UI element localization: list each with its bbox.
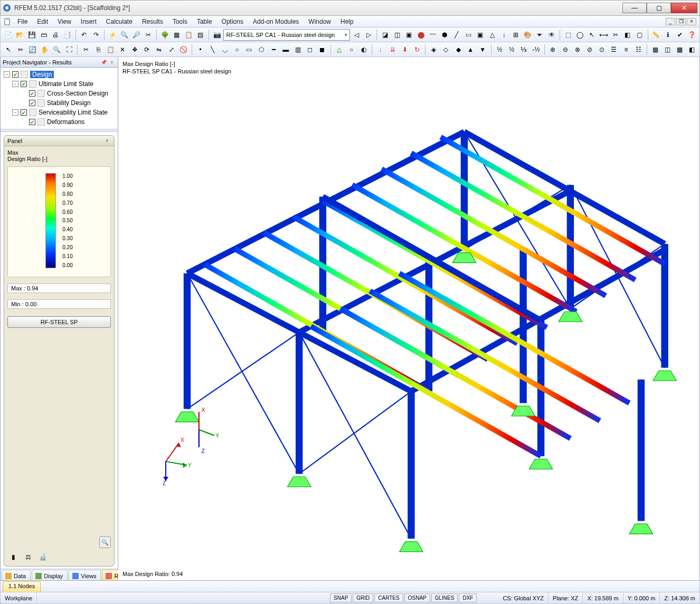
loads-icon[interactable]: ↓ bbox=[499, 29, 510, 41]
cartes-toggle[interactable]: CARTES bbox=[374, 593, 403, 602]
letter2-icon[interactable]: ½ bbox=[506, 44, 517, 55]
tab-data[interactable]: Data bbox=[2, 570, 31, 580]
orbit-icon[interactable]: 🔄 bbox=[27, 44, 38, 55]
support-tool-icon[interactable]: △ bbox=[334, 44, 345, 55]
hinge-tool-icon[interactable]: ○ bbox=[346, 44, 357, 55]
members-icon[interactable]: ╱ bbox=[451, 29, 462, 41]
scale-icon[interactable]: ⤢ bbox=[166, 44, 177, 55]
panel-icon[interactable]: ▤ bbox=[195, 29, 206, 41]
model-viewport[interactable]: Max Design Ratio [-] RF-STEEL SP CA1 - R… bbox=[118, 57, 700, 581]
mirror-icon[interactable]: ⇋ bbox=[154, 44, 165, 55]
member-tool-icon[interactable]: ━ bbox=[268, 44, 279, 55]
loadcase-dropdown[interactable]: RF-STEEL SP CA1 - Russian steel design bbox=[223, 29, 350, 41]
checkbox-def[interactable]: ✔ bbox=[29, 119, 35, 125]
tree-sls[interactable]: Serviceability Limit State bbox=[39, 109, 108, 116]
save-icon[interactable]: 💾 bbox=[26, 29, 37, 41]
pick-icon[interactable]: ↖ bbox=[587, 29, 598, 41]
results-icon[interactable]: ⬤ bbox=[415, 29, 427, 41]
check-icon[interactable]: ✔ bbox=[675, 29, 686, 41]
undo-icon[interactable]: ↶ bbox=[79, 29, 90, 41]
tree-design[interactable]: Design bbox=[30, 71, 54, 78]
expand-icon[interactable]: − bbox=[12, 109, 18, 116]
menu-calculate[interactable]: Calculate bbox=[102, 17, 137, 26]
zoomout-icon[interactable]: 🔎 bbox=[131, 29, 142, 41]
saveall-icon[interactable]: 🗃 bbox=[39, 29, 50, 41]
copy-icon[interactable]: ⎘ bbox=[93, 44, 104, 55]
ext10-icon[interactable]: ◫ bbox=[662, 44, 673, 55]
pin-icon[interactable]: 📌 bbox=[100, 59, 107, 66]
osnap-toggle[interactable]: OSNAP bbox=[404, 593, 430, 602]
ext12-icon[interactable]: ◧ bbox=[686, 44, 697, 55]
misc4-icon[interactable]: ▲ bbox=[465, 44, 476, 55]
menu-edit[interactable]: Edit bbox=[33, 17, 52, 26]
menu-results[interactable]: Results bbox=[138, 17, 167, 26]
expand-icon[interactable]: − bbox=[4, 71, 10, 78]
load-moment-icon[interactable]: ↻ bbox=[411, 44, 422, 55]
cut-icon[interactable]: ✂ bbox=[143, 29, 154, 41]
checkbox-sls[interactable]: ✔ bbox=[21, 109, 27, 116]
beam-tool-icon[interactable]: ▬ bbox=[280, 44, 291, 55]
checkbox-stab[interactable]: ✔ bbox=[29, 100, 35, 106]
view-iso-icon[interactable]: ◪ bbox=[380, 29, 391, 41]
select-icon[interactable]: ⬚ bbox=[563, 29, 574, 41]
module-button[interactable]: RF-STEEL SP bbox=[7, 316, 111, 328]
menu-window[interactable]: Window bbox=[304, 17, 335, 26]
zoom-icon[interactable]: 🔍 bbox=[51, 44, 62, 55]
hide-icon[interactable]: 🚫 bbox=[178, 44, 189, 55]
misc3-icon[interactable]: ◆ bbox=[453, 44, 464, 55]
clip-icon[interactable]: ◧ bbox=[622, 29, 633, 41]
preview-icon[interactable]: 📑 bbox=[62, 29, 73, 41]
release-tool-icon[interactable]: ◐ bbox=[358, 44, 369, 55]
menu-insert[interactable]: Insert bbox=[77, 17, 101, 26]
cut2-icon[interactable]: ✂ bbox=[80, 44, 91, 55]
prev-icon[interactable]: ◁ bbox=[351, 29, 362, 41]
tab-views[interactable]: Views bbox=[69, 570, 101, 580]
mdi-restore-button[interactable]: ❐ bbox=[676, 18, 686, 25]
redo-icon[interactable]: ↷ bbox=[91, 29, 102, 41]
paste-icon[interactable]: 📋 bbox=[105, 44, 116, 55]
display-icon[interactable]: 👁 bbox=[546, 29, 557, 41]
load-node-icon[interactable]: ↓ bbox=[375, 44, 386, 55]
arc-tool-icon[interactable]: ◡ bbox=[219, 44, 230, 55]
misc1-icon[interactable]: ◈ bbox=[428, 44, 439, 55]
arrow-icon[interactable]: ↖ bbox=[3, 44, 14, 55]
filter-tab-icon[interactable]: 🔬 bbox=[37, 551, 49, 563]
dimension-icon[interactable]: ⟷ bbox=[599, 29, 610, 41]
snap-toggle[interactable]: SNAP bbox=[330, 593, 352, 602]
menu-file[interactable]: File bbox=[13, 17, 32, 26]
ext6-icon[interactable]: ☰ bbox=[608, 44, 619, 55]
ext3-icon[interactable]: ⊗ bbox=[572, 44, 583, 55]
grid-icon[interactable]: ⊞ bbox=[510, 29, 522, 41]
camera-icon[interactable]: 📷 bbox=[212, 29, 223, 41]
box-icon[interactable]: ▢ bbox=[634, 29, 645, 41]
solids-icon[interactable]: ▣ bbox=[475, 29, 486, 41]
next-icon[interactable]: ▷ bbox=[363, 29, 374, 41]
help-icon[interactable]: ❓ bbox=[686, 29, 697, 41]
tree-stab[interactable]: Stability Design bbox=[47, 99, 91, 107]
mdi-minimize-button[interactable]: _ bbox=[666, 18, 675, 25]
ext9-icon[interactable]: ▦ bbox=[650, 44, 661, 55]
misc5-icon[interactable]: ▼ bbox=[477, 44, 488, 55]
lasso-icon[interactable]: ◯ bbox=[575, 29, 586, 41]
palette-tab-icon[interactable]: ▮ bbox=[7, 551, 19, 563]
ext5-icon[interactable]: ⊙ bbox=[596, 44, 607, 55]
close-button[interactable]: ✕ bbox=[671, 3, 697, 13]
lightning-icon[interactable]: ⚡ bbox=[107, 29, 118, 41]
measure-icon[interactable]: 📏 bbox=[651, 29, 662, 41]
panel-close-icon[interactable]: × bbox=[103, 137, 111, 145]
find-icon[interactable]: 🔍 bbox=[119, 29, 130, 41]
poly-tool-icon[interactable]: ⬠ bbox=[256, 44, 267, 55]
load-line-icon[interactable]: ⇊ bbox=[387, 44, 398, 55]
tab-display[interactable]: Display bbox=[32, 570, 68, 580]
maximize-button[interactable]: ▢ bbox=[647, 3, 671, 13]
delete-icon[interactable]: ✕ bbox=[117, 44, 128, 55]
rotate-icon[interactable]: ⟳ bbox=[141, 44, 153, 55]
view-side-icon[interactable]: ▣ bbox=[403, 29, 414, 41]
circle-tool-icon[interactable]: ○ bbox=[231, 44, 242, 55]
tree-uls[interactable]: Ultimate Limit State bbox=[39, 80, 93, 88]
nodes-icon[interactable]: ⬢ bbox=[439, 29, 450, 41]
table-tab[interactable]: 1.1 Nodes bbox=[3, 581, 41, 592]
misc2-icon[interactable]: ◇ bbox=[440, 44, 451, 55]
letter3-icon[interactable]: ⅓ bbox=[518, 44, 529, 55]
menu-options[interactable]: Options bbox=[217, 17, 248, 26]
